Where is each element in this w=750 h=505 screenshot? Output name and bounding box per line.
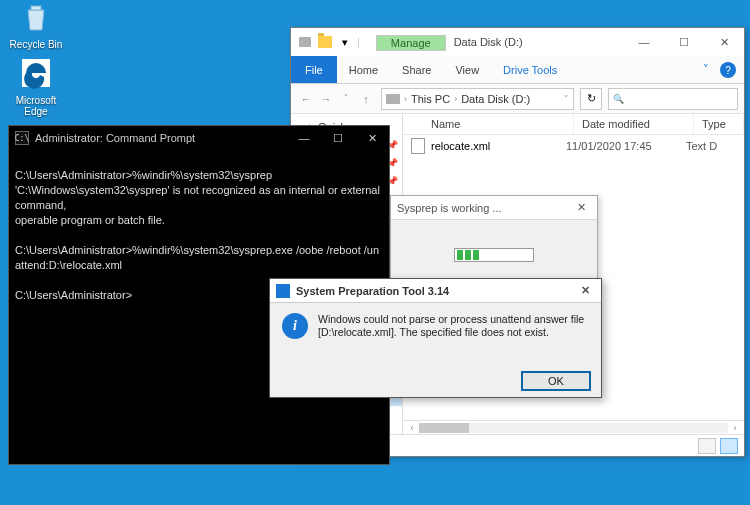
maximize-button[interactable]: ☐ xyxy=(664,28,704,56)
ok-button[interactable]: OK xyxy=(521,371,591,391)
nav-back[interactable]: ← xyxy=(297,93,315,105)
scroll-right[interactable]: › xyxy=(728,423,742,433)
scroll-left[interactable]: ‹ xyxy=(405,423,419,433)
view-large-icons[interactable] xyxy=(698,438,716,454)
h-scrollbar[interactable]: ‹ › xyxy=(403,420,744,434)
search-icon: 🔍 xyxy=(613,94,624,104)
col-date[interactable]: Date modified xyxy=(574,114,694,134)
error-dialog: System Preparation Tool 3.14 ✕ i Windows… xyxy=(269,278,602,398)
crumb-drive[interactable]: Data Disk (D:) xyxy=(461,93,530,105)
qat-folder-icon[interactable] xyxy=(317,34,333,50)
tab-file[interactable]: File xyxy=(291,56,337,83)
file-date: 11/01/2020 17:45 xyxy=(566,140,686,152)
window-title: Data Disk (D:) xyxy=(448,36,624,48)
sysprep-close[interactable]: ✕ xyxy=(571,201,591,214)
cmd-icon: C:\ xyxy=(15,131,29,145)
nav-up[interactable]: ↑ xyxy=(357,93,375,105)
tab-view[interactable]: View xyxy=(443,56,491,83)
minimize-button[interactable]: — xyxy=(624,28,664,56)
file-name: relocate.xml xyxy=(431,140,490,152)
cmd-close[interactable]: ✕ xyxy=(355,126,389,150)
tab-drive-tools[interactable]: Drive Tools xyxy=(491,56,569,83)
edge-shortcut[interactable]: Microsoft Edge xyxy=(6,56,66,117)
system-menu-icon[interactable] xyxy=(297,34,313,50)
help-button[interactable]: ? xyxy=(720,62,736,78)
recycle-bin-icon xyxy=(18,0,54,36)
address-row: ← → ˅ ↑ › This PC › Data Disk (D:) ˅ ↻ 🔍 xyxy=(291,84,744,114)
crumb-this-pc[interactable]: This PC xyxy=(411,93,450,105)
crumb-sep: › xyxy=(454,94,457,104)
contextual-tab-group: Manage xyxy=(376,35,446,51)
edge-icon xyxy=(18,56,54,92)
nav-history[interactable]: ˅ xyxy=(337,93,355,105)
recycle-bin[interactable]: Recycle Bin xyxy=(6,0,66,50)
file-row[interactable]: relocate.xml 11/01/2020 17:45 Text D xyxy=(403,135,744,157)
col-type[interactable]: Type xyxy=(694,114,744,134)
scroll-track[interactable] xyxy=(419,423,728,433)
search-box[interactable]: 🔍 xyxy=(608,88,738,110)
cmd-maximize[interactable]: ☐ xyxy=(321,126,355,150)
recycle-bin-label: Recycle Bin xyxy=(10,39,63,50)
file-icon xyxy=(411,138,425,154)
error-close[interactable]: ✕ xyxy=(575,284,595,297)
info-icon: i xyxy=(282,313,308,339)
error-message: Windows could not parse or process unatt… xyxy=(318,313,589,339)
view-details[interactable] xyxy=(720,438,738,454)
error-title: System Preparation Tool 3.14 xyxy=(296,285,449,297)
qat-sep: | xyxy=(357,36,360,48)
tab-home[interactable]: Home xyxy=(337,56,390,83)
refresh-button[interactable]: ↻ xyxy=(580,88,602,110)
sysprep-progress-dialog: Sysprep is working ... ✕ xyxy=(390,195,598,288)
nav-forward[interactable]: → xyxy=(317,93,335,105)
explorer-titlebar[interactable]: ▾ | Manage Data Disk (D:) — ☐ ✕ xyxy=(291,28,744,56)
col-name[interactable]: Name xyxy=(403,114,574,134)
close-button[interactable]: ✕ xyxy=(704,28,744,56)
ribbon-expand[interactable]: ˅ xyxy=(692,56,720,83)
address-bar[interactable]: › This PC › Data Disk (D:) ˅ xyxy=(381,88,574,110)
cmd-titlebar[interactable]: C:\ Administrator: Command Prompt — ☐ ✕ xyxy=(9,126,389,150)
cmd-title-text: Administrator: Command Prompt xyxy=(35,132,287,144)
manage-label[interactable]: Manage xyxy=(377,36,445,50)
drive-icon xyxy=(386,94,400,104)
ribbon: File Home Share View Drive Tools ˅ ? xyxy=(291,56,744,84)
crumb-sep: › xyxy=(404,94,407,104)
error-titlebar[interactable]: System Preparation Tool 3.14 ✕ xyxy=(270,279,601,303)
scroll-thumb[interactable] xyxy=(419,423,469,433)
addr-dropdown[interactable]: ˅ xyxy=(564,94,569,104)
cmd-minimize[interactable]: — xyxy=(287,126,321,150)
tab-share[interactable]: Share xyxy=(390,56,443,83)
qat-dropdown[interactable]: ▾ xyxy=(337,34,353,50)
file-type: Text D xyxy=(686,140,736,152)
app-icon xyxy=(276,284,290,298)
progress-bar xyxy=(454,248,534,262)
edge-label: Microsoft Edge xyxy=(16,95,57,117)
sysprep-titlebar[interactable]: Sysprep is working ... ✕ xyxy=(391,196,597,220)
sysprep-title: Sysprep is working ... xyxy=(397,202,502,214)
column-headers[interactable]: Name Date modified Type xyxy=(403,114,744,135)
svg-rect-0 xyxy=(31,6,41,10)
